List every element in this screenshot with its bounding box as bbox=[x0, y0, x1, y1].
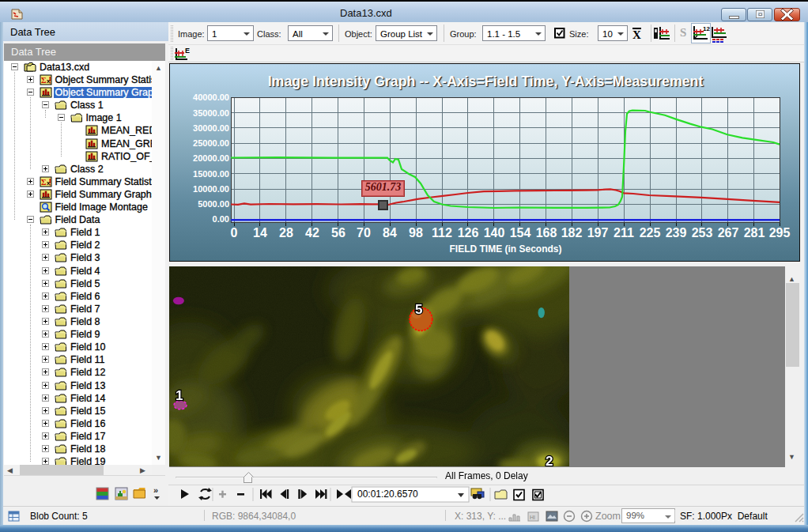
svg-text:5: 5 bbox=[415, 302, 422, 317]
svg-text:1: 1 bbox=[176, 388, 183, 403]
svg-text:12: 12 bbox=[703, 25, 710, 32]
svg-text:HI: HI bbox=[530, 515, 535, 520]
svg-text:Σ: Σ bbox=[41, 76, 47, 85]
svg-text:Σ: Σ bbox=[41, 178, 47, 187]
svg-text:X: X bbox=[632, 28, 641, 41]
svg-text:2: 2 bbox=[546, 454, 553, 466]
svg-text:»: » bbox=[153, 485, 158, 495]
svg-text:00:01:20.6570: 00:01:20.6570 bbox=[357, 489, 418, 500]
svg-text:E: E bbox=[185, 47, 190, 55]
